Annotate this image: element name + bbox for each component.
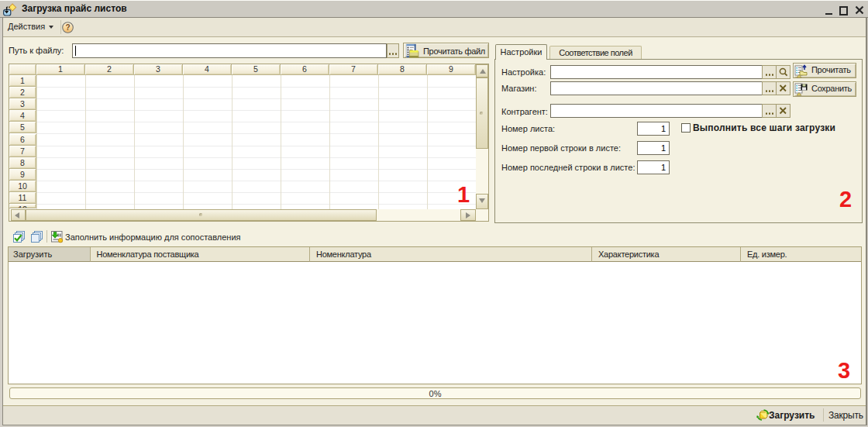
svg-text:?: ? xyxy=(65,23,70,32)
